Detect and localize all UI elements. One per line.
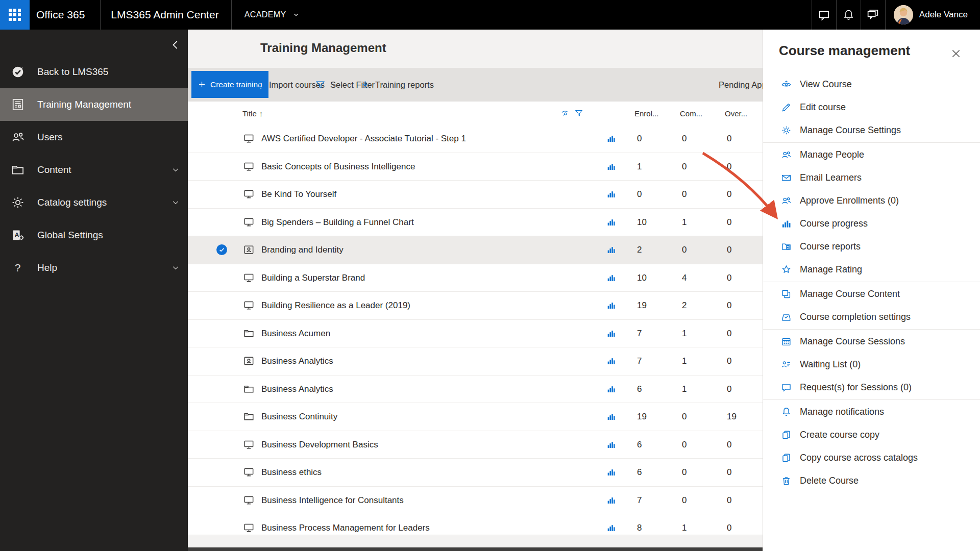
panel-item-label: Waiting List (0) bbox=[800, 359, 861, 370]
course-progress-chart-icon[interactable] bbox=[606, 300, 616, 310]
panel-item-edit-course[interactable]: Edit course bbox=[763, 96, 980, 119]
overdue-count: 0 bbox=[727, 181, 731, 208]
notifications-button[interactable] bbox=[837, 0, 861, 30]
feedback-button[interactable] bbox=[861, 0, 885, 30]
visibility-filter-icon[interactable] bbox=[560, 102, 570, 125]
bell-icon bbox=[781, 407, 792, 417]
person-frame-icon bbox=[243, 355, 255, 367]
column-funnel-icon[interactable] bbox=[574, 102, 583, 125]
sidebar-collapse-button[interactable] bbox=[166, 36, 185, 54]
panel-item-manage-rating[interactable]: Manage Rating bbox=[763, 258, 980, 281]
catalog-selector[interactable]: ACADEMY bbox=[232, 0, 308, 30]
course-progress-chart-icon[interactable] bbox=[606, 467, 616, 477]
monitor-icon bbox=[243, 439, 255, 450]
panel-item-manage-course-sessions[interactable]: Manage Course Sessions bbox=[763, 330, 980, 353]
panel-item-delete-course[interactable]: Delete Course bbox=[763, 469, 980, 492]
course-progress-chart-icon[interactable] bbox=[606, 162, 616, 171]
course-progress-chart-icon[interactable] bbox=[606, 412, 616, 421]
course-progress-chart-icon[interactable] bbox=[606, 523, 616, 533]
course-progress-chart-icon[interactable] bbox=[606, 384, 616, 394]
brand-office365[interactable]: Office 365 bbox=[30, 0, 100, 30]
topbar-right: Adele Vance bbox=[812, 0, 980, 30]
mail-icon bbox=[781, 172, 792, 183]
panel-item-manage-course-settings[interactable]: Manage Course Settings bbox=[763, 119, 980, 142]
panel-item-approve-enrollments-0[interactable]: Approve Enrollments (0) bbox=[763, 189, 980, 212]
person-list-icon bbox=[781, 359, 792, 370]
course-progress-chart-icon[interactable] bbox=[606, 329, 616, 338]
panel-item-create-course-copy[interactable]: Create course copy bbox=[763, 423, 980, 446]
panel-item-label: Manage Course Content bbox=[800, 289, 900, 299]
course-progress-chart-icon[interactable] bbox=[606, 134, 616, 143]
column-title-label: Title bbox=[242, 109, 257, 118]
column-header-completed[interactable]: Com... bbox=[680, 102, 702, 125]
person-frame-icon bbox=[243, 244, 255, 256]
training-reports-button[interactable]: Training reports bbox=[360, 68, 434, 102]
overdue-count: 0 bbox=[727, 153, 731, 181]
topbar-divider bbox=[885, 0, 886, 30]
panel-item-email-learners[interactable]: Email Learners bbox=[763, 166, 980, 189]
monitor-icon bbox=[243, 466, 255, 478]
folder-icon bbox=[11, 163, 25, 177]
column-header-title[interactable]: Title ↑ bbox=[242, 102, 263, 125]
completed-count: 0 bbox=[682, 459, 687, 486]
sidebar-item-global-settings[interactable]: A Global Settings bbox=[0, 219, 188, 252]
office-top-bar: Office 365 LMS365 Admin Center ACADEMY bbox=[0, 0, 980, 30]
sidebar-item-catalog-settings[interactable]: Catalog settings bbox=[0, 186, 188, 219]
completed-count: 4 bbox=[682, 264, 687, 292]
panel-item-request-s-for-sessions-0[interactable]: Request(s) for Sessions (0) bbox=[763, 376, 980, 399]
course-progress-chart-icon[interactable] bbox=[606, 217, 616, 227]
course-progress-chart-icon[interactable] bbox=[606, 440, 616, 449]
app-launcher-button[interactable] bbox=[0, 0, 30, 30]
panel-item-label: Manage Course Sessions bbox=[800, 336, 905, 347]
panel-close-button[interactable] bbox=[950, 46, 966, 61]
panel-item-course-completion-settings[interactable]: Course completion settings bbox=[763, 306, 980, 329]
panel-item-course-reports[interactable]: Course reports bbox=[763, 235, 980, 258]
course-progress-chart-icon[interactable] bbox=[606, 495, 616, 505]
panel-item-manage-course-content[interactable]: Manage Course Content bbox=[763, 283, 980, 306]
overdue-count: 0 bbox=[727, 236, 731, 264]
bar-chart-icon bbox=[781, 218, 792, 229]
course-management-panel: Course management View Course Edit cours… bbox=[763, 30, 980, 551]
course-title: Be Kind To Yourself bbox=[261, 181, 336, 208]
app-window: Office 365 LMS365 Admin Center ACADEMY bbox=[0, 0, 980, 551]
enrolled-count: 7 bbox=[637, 487, 642, 514]
panel-item-view-course[interactable]: View Course bbox=[763, 73, 980, 96]
pencil-icon bbox=[781, 102, 792, 113]
download-icon bbox=[360, 80, 371, 90]
folder-icon bbox=[243, 383, 255, 395]
catalog-selector-label: ACADEMY bbox=[244, 10, 286, 19]
users-icon bbox=[11, 130, 25, 144]
enrolled-count: 2 bbox=[637, 236, 642, 264]
user-name[interactable]: Adele Vance bbox=[919, 10, 968, 20]
overdue-count: 0 bbox=[727, 292, 731, 319]
course-title: Building a Superstar Brand bbox=[261, 264, 365, 292]
overdue-count: 19 bbox=[727, 403, 737, 431]
panel-item-label: Manage Course Settings bbox=[800, 125, 901, 136]
chat-button[interactable] bbox=[812, 0, 836, 30]
course-progress-chart-icon[interactable] bbox=[606, 356, 616, 366]
selected-check-badge[interactable] bbox=[216, 244, 227, 255]
sidebar-item-training-management[interactable]: Training Management bbox=[0, 88, 188, 121]
panel-item-waiting-list-0[interactable]: Waiting List (0) bbox=[763, 353, 980, 376]
sidebar-item-help[interactable]: ? Help bbox=[0, 252, 188, 284]
panel-item-copy-course-across-catalogs[interactable]: Copy course across catalogs bbox=[763, 446, 980, 469]
panel-item-course-progress[interactable]: Course progress bbox=[763, 212, 980, 235]
completed-count: 0 bbox=[682, 487, 687, 514]
brand-lms365-admin-center[interactable]: LMS365 Admin Center bbox=[101, 0, 231, 30]
sidebar-item-content[interactable]: Content bbox=[0, 154, 188, 186]
column-header-enrolled[interactable]: Enrol... bbox=[634, 102, 659, 125]
column-header-overdue[interactable]: Over... bbox=[725, 102, 747, 125]
course-progress-chart-icon[interactable] bbox=[606, 189, 616, 199]
user-avatar[interactable] bbox=[894, 5, 913, 24]
enrolled-count: 19 bbox=[637, 292, 647, 319]
panel-item-manage-people[interactable]: Manage People bbox=[763, 143, 980, 166]
panel-item-manage-notifications[interactable]: Manage notifications bbox=[763, 400, 980, 423]
completed-count: 1 bbox=[682, 347, 687, 375]
sidebar-item-users[interactable]: Users bbox=[0, 121, 188, 154]
course-progress-chart-icon[interactable] bbox=[606, 245, 616, 255]
close-icon bbox=[950, 48, 966, 59]
course-progress-chart-icon[interactable] bbox=[606, 273, 616, 283]
users-icon bbox=[781, 149, 792, 160]
sidebar-item-back-to-lms365[interactable]: Back to LMS365 bbox=[0, 56, 188, 88]
panel-item-label: Course progress bbox=[800, 218, 868, 229]
